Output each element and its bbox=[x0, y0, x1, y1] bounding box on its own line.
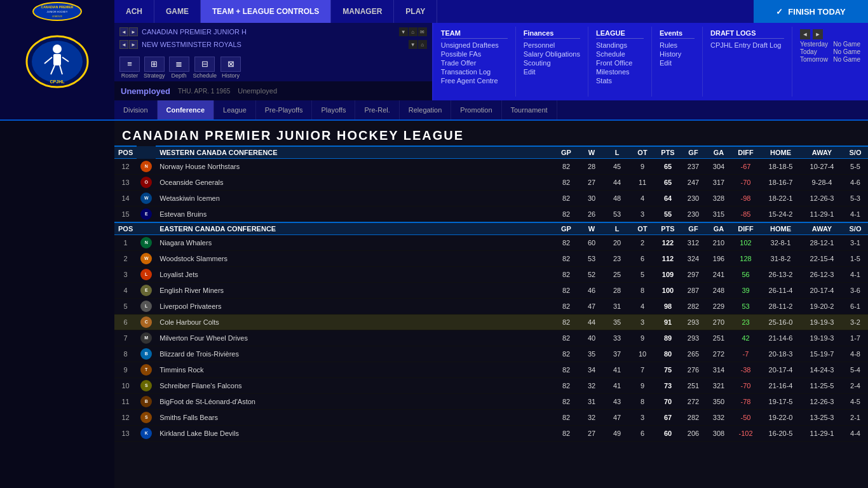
tab-promotion[interactable]: Promotion bbox=[451, 100, 501, 119]
team-icon: T bbox=[140, 364, 152, 376]
tomorrow-label: Tomorrow bbox=[800, 56, 828, 63]
tab-pre-rel[interactable]: Pre-Rel. bbox=[355, 100, 399, 119]
bc-home-2[interactable]: ⌂ bbox=[418, 40, 427, 49]
cal-row-today: Today No Game bbox=[800, 48, 860, 55]
team-icon: E bbox=[140, 285, 152, 296]
tab-relegation[interactable]: Relegation bbox=[400, 100, 452, 119]
table-row: 10 S Schreiber Filane's Falcons 82 32 41… bbox=[114, 377, 868, 393]
nav-item-game[interactable]: GAME bbox=[154, 0, 201, 23]
table-row: 12 N Norway House Northstars 82 28 45 9 … bbox=[114, 159, 868, 175]
team-icon: B bbox=[140, 348, 152, 360]
team-icon: B bbox=[140, 396, 152, 407]
league-item-milestones[interactable]: Milestones bbox=[596, 67, 644, 76]
tab-pre-playoffs[interactable]: Pre-Playoffs bbox=[256, 100, 313, 119]
strategy-button[interactable]: ⊞ Strategy bbox=[144, 57, 165, 79]
bc-mail-1[interactable]: ✉ bbox=[418, 27, 427, 36]
nav-item-ach[interactable]: ACH bbox=[114, 0, 154, 23]
league-item-front-office[interactable]: Front Office bbox=[596, 58, 644, 67]
tab-playoffs[interactable]: Playoffs bbox=[312, 100, 355, 119]
nav-item-play[interactable]: PLAY bbox=[394, 0, 437, 23]
depth-button[interactable]: ≣ Depth bbox=[169, 57, 189, 79]
table-row: 2 W Woodstock Slammers 82 53 23 6 112 32… bbox=[114, 250, 868, 266]
team-dropdown: TEAM Unsigned Draftees Possible FAs Trad… bbox=[433, 27, 516, 97]
roster-label: Roster bbox=[121, 72, 139, 79]
today-label: Today bbox=[800, 48, 817, 55]
tab-division[interactable]: Division bbox=[114, 100, 158, 119]
league-item-stats[interactable]: Stats bbox=[596, 76, 644, 85]
team-item-possible-fas[interactable]: Possible FAs bbox=[441, 50, 508, 58]
breadcrumb-link-2[interactable]: NEW WESTMINSTER ROYALS bbox=[142, 41, 405, 48]
team-icon: S bbox=[140, 380, 152, 391]
team-icon: L bbox=[140, 301, 152, 312]
team-item-transaction[interactable]: Transaction Log bbox=[441, 67, 508, 76]
breadcrumb-area: ◄ ► CANADIAN PREMIER JUNIOR H ▼ ⌂ ✉ ◄ ► bbox=[114, 23, 432, 53]
finances-item-scouting[interactable]: Scouting bbox=[524, 58, 580, 67]
svg-text:JUNIOR HOCKEY: JUNIOR HOCKEY bbox=[47, 10, 68, 13]
table-row: 15 E Estevan Bruins 82 26 53 3 55 230 31… bbox=[114, 206, 868, 222]
bc-home-1[interactable]: ⌂ bbox=[409, 27, 417, 36]
tab-conference[interactable]: Conference bbox=[158, 100, 215, 119]
table-row: 11 B BigFoot de St-Léonard-d'Aston 82 31… bbox=[114, 393, 868, 409]
team-item-free-agent[interactable]: Free Agent Centre bbox=[441, 76, 508, 85]
tab-strip-spacer bbox=[0, 100, 114, 119]
events-item-edit[interactable]: Edit bbox=[660, 58, 695, 67]
tab-league[interactable]: League bbox=[214, 100, 256, 119]
svg-text:CPJHL: CPJHL bbox=[50, 79, 65, 84]
current-date: THU. APR. 1 1965 bbox=[178, 88, 230, 95]
breadcrumb-forward-2[interactable]: ► bbox=[129, 40, 138, 49]
roster-button[interactable]: ≡ Roster bbox=[119, 57, 140, 79]
bc-dropdown-2[interactable]: ▼ bbox=[409, 40, 417, 49]
tab-tournament[interactable]: Tournament bbox=[502, 100, 557, 119]
nav-item-manager[interactable]: MANAGER bbox=[331, 0, 394, 23]
nav-right-panel: ◄ ► CANADIAN PREMIER JUNIOR H ▼ ⌂ ✉ ◄ ► bbox=[114, 23, 432, 100]
breadcrumb-back-1[interactable]: ◄ bbox=[119, 27, 128, 36]
cal-next[interactable]: ► bbox=[813, 29, 823, 39]
player-status: Unemployed bbox=[238, 87, 277, 95]
table-row: 13 K Kirkland Lake Blue Devils 82 27 49 … bbox=[114, 425, 868, 441]
finances-item-personnel[interactable]: Personnel bbox=[524, 41, 580, 50]
team-item-trade[interactable]: Trade Offer bbox=[441, 58, 508, 67]
table-row: 12 S Smiths Falls Bears 82 32 47 3 67 28… bbox=[114, 409, 868, 425]
team-icon: N bbox=[140, 237, 152, 248]
draft-item-entry[interactable]: CPJHL Entry Draft Log bbox=[710, 41, 784, 50]
breadcrumb-link-1[interactable]: CANADIAN PREMIER JUNIOR H bbox=[142, 28, 395, 36]
events-dropdown-title: Events bbox=[660, 29, 695, 39]
calendar-nav: ◄ ► bbox=[800, 29, 860, 39]
finances-item-edit[interactable]: Edit bbox=[524, 67, 580, 76]
west-conf-label: WESTERN CANADA CONFERENCE bbox=[156, 146, 553, 159]
nav-item-team-league[interactable]: TEAM + LEAGUE CONTROLS bbox=[201, 0, 331, 23]
schedule-button[interactable]: ⊟ Schedule bbox=[193, 57, 217, 79]
table-row: 9 T Timmins Rock 82 34 41 7 75 276 314 -… bbox=[114, 362, 868, 377]
breadcrumb-forward-1[interactable]: ► bbox=[129, 27, 138, 36]
events-item-rules[interactable]: Rules bbox=[660, 41, 695, 50]
table-row: 1 N Niagara Whalers 82 60 20 2 122 312 2… bbox=[114, 234, 868, 250]
player-name: Unemployed bbox=[121, 86, 170, 96]
league-item-standings[interactable]: Standings bbox=[596, 41, 644, 50]
team-icon: W bbox=[140, 253, 152, 264]
team-icon: O bbox=[140, 177, 152, 188]
status-row: Unemployed THU. APR. 1 1965 Unemployed bbox=[114, 81, 432, 100]
league-dropdown: LEAGUE Standings Schedule Front Office M… bbox=[588, 27, 652, 97]
strategy-label: Strategy bbox=[144, 72, 165, 79]
finish-today-label: FINISH TODAY bbox=[788, 7, 845, 17]
breadcrumb-back-2[interactable]: ◄ bbox=[119, 40, 128, 49]
team-dropdown-title: TEAM bbox=[441, 29, 508, 39]
history-button[interactable]: ⊠ History bbox=[220, 57, 241, 79]
league-item-schedule[interactable]: Schedule bbox=[596, 50, 644, 58]
bc-nav-arrows-1: ◄ ► bbox=[119, 27, 138, 36]
west-section-header: POS WESTERN CANADA CONFERENCE GP W L OT … bbox=[114, 146, 868, 159]
breadcrumb-row-1: ◄ ► CANADIAN PREMIER JUNIOR H ▼ ⌂ ✉ bbox=[119, 25, 427, 38]
finish-today-button[interactable]: ✓ FINISH TODAY bbox=[754, 0, 868, 23]
table-row: 5 L Liverpool Privateers 82 47 31 4 98 2… bbox=[114, 298, 868, 314]
team-logo-large: CPJHL bbox=[25, 35, 89, 89]
schedule-label: Schedule bbox=[193, 72, 217, 79]
events-item-history[interactable]: History bbox=[660, 50, 695, 58]
cal-prev[interactable]: ◄ bbox=[800, 29, 810, 39]
team-item-unsigned[interactable]: Unsigned Draftees bbox=[441, 41, 508, 50]
today-value: No Game bbox=[833, 48, 860, 55]
finances-item-salary[interactable]: Salary Obligations bbox=[524, 50, 580, 58]
bc-dropdown-1[interactable]: ▼ bbox=[399, 27, 408, 36]
top-navbar: CANADIAN PREMIER JUNIOR HOCKEY LEAGUE AC… bbox=[0, 0, 868, 23]
table-row: 14 W Wetaskiwin Icemen 82 30 48 4 64 230… bbox=[114, 190, 868, 206]
tomorrow-value: No Game bbox=[833, 56, 860, 63]
